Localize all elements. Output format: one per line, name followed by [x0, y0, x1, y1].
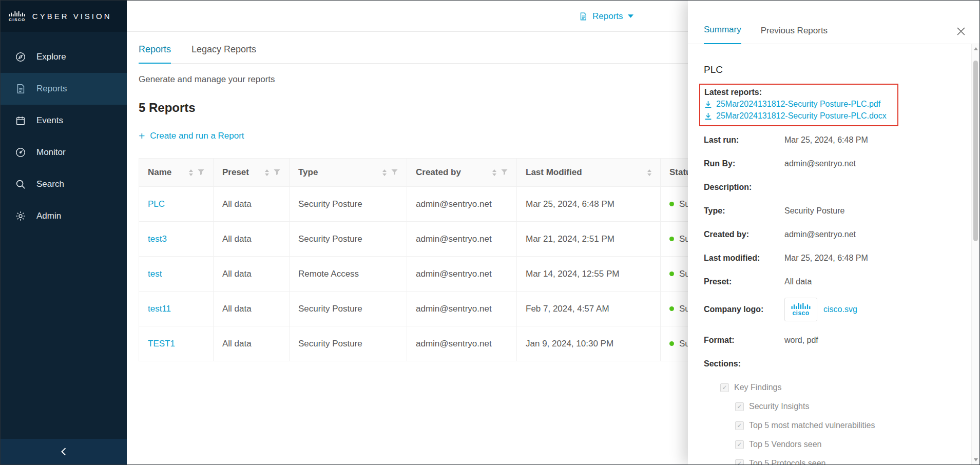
- scrollbar-thumb[interactable]: [973, 61, 978, 241]
- field-label: Preset:: [704, 277, 784, 286]
- sidebar-item-search[interactable]: Search: [1, 168, 127, 200]
- download-icon: [704, 101, 712, 108]
- checkbox-checked[interactable]: ✓: [735, 421, 744, 430]
- cell-last-modified: Mar 21, 2024, 2:51 PM: [517, 222, 661, 257]
- filter-icon[interactable]: [501, 169, 508, 176]
- sidebar-collapse-button[interactable]: [1, 439, 127, 464]
- field-description: Description:: [704, 183, 962, 192]
- report-name-link[interactable]: TEST1: [148, 339, 175, 348]
- close-icon: [957, 27, 965, 35]
- tab-summary[interactable]: Summary: [704, 25, 741, 44]
- report-file-name: 25Mar2024131812-Security Posture-PLC.doc…: [716, 111, 887, 121]
- create-report-button[interactable]: + Create and run a Report: [139, 130, 244, 141]
- report-name-link[interactable]: PLC: [148, 199, 165, 209]
- sidebar-nav: Explore Reports Events Monitor Search Ad…: [1, 32, 127, 232]
- scroll-up-arrow-icon[interactable]: [974, 47, 978, 50]
- sidebar-item-reports[interactable]: Reports: [1, 73, 127, 105]
- sort-icon[interactable]: [189, 169, 193, 176]
- field-label: Run By:: [704, 159, 784, 168]
- cisco-bars-icon: [791, 302, 811, 309]
- field-preset: Preset: All data: [704, 277, 962, 286]
- cell-preset: All data: [214, 187, 290, 222]
- chevron-down-icon: [628, 14, 633, 18]
- sidebar-item-monitor[interactable]: Monitor: [1, 137, 127, 168]
- report-title: PLC: [704, 64, 962, 75]
- report-name-link[interactable]: test3: [148, 234, 167, 244]
- sort-icon[interactable]: [265, 169, 269, 176]
- sidebar-item-label: Explore: [36, 52, 66, 62]
- sidebar-item-admin[interactable]: Admin: [1, 200, 127, 232]
- checkbox-checked[interactable]: ✓: [720, 383, 729, 392]
- field-value: All data: [784, 277, 812, 286]
- reports-nav-dropdown[interactable]: Reports: [579, 1, 633, 32]
- column-label: Preset: [222, 167, 249, 178]
- checkbox-checked[interactable]: ✓: [735, 402, 744, 411]
- company-logo-file-link[interactable]: cisco.svg: [823, 305, 857, 314]
- report-name-link[interactable]: test11: [148, 304, 171, 314]
- sort-icon[interactable]: [492, 169, 496, 176]
- section-item-top5-vulnerabilities: ✓ Top 5 most matched vulnerabilities: [735, 421, 962, 430]
- status-dot-icon: [669, 202, 674, 206]
- field-run-by: Run By: admin@sentryo.net: [704, 159, 962, 168]
- column-header-type[interactable]: Type: [290, 159, 407, 187]
- field-value: Mar 25, 2024, 6:48 PM: [784, 254, 868, 263]
- field-value: admin@sentryo.net: [784, 230, 856, 239]
- column-header-name[interactable]: Name: [139, 159, 214, 187]
- table-row: PLC All data Security Posture admin@sent…: [139, 187, 763, 222]
- column-header-preset[interactable]: Preset: [214, 159, 290, 187]
- status-dot-icon: [669, 237, 674, 241]
- field-value: Mar 25, 2024, 6:48 PM: [784, 135, 868, 145]
- checkbox-checked[interactable]: ✓: [735, 440, 744, 449]
- status-dot-icon: [669, 272, 674, 276]
- cell-preset: All data: [214, 326, 290, 361]
- app-window: CISCO CYBER VISION Explore Reports Event…: [0, 0, 980, 465]
- tab-legacy-reports[interactable]: Legacy Reports: [191, 44, 256, 64]
- field-label: Last run:: [704, 135, 784, 145]
- checkbox-checked[interactable]: ✓: [735, 459, 744, 465]
- filter-icon[interactable]: [274, 169, 280, 176]
- cell-last-modified: Feb 7, 2024, 4:57 AM: [517, 292, 661, 326]
- sort-icon[interactable]: [647, 169, 651, 176]
- field-sections: Sections:: [704, 359, 962, 369]
- field-value: admin@sentryo.net: [784, 159, 856, 168]
- sort-icon[interactable]: [382, 169, 387, 176]
- status-dot-icon: [669, 341, 674, 346]
- sidebar-item-label: Admin: [36, 211, 61, 221]
- field-label: Sections:: [704, 359, 784, 369]
- filter-icon[interactable]: [391, 169, 398, 176]
- panel-scrollbar: [971, 44, 979, 464]
- download-icon: [704, 112, 712, 120]
- tab-reports[interactable]: Reports: [139, 44, 171, 64]
- field-label: Created by:: [704, 230, 784, 239]
- search-icon: [15, 179, 26, 190]
- cell-preset: All data: [214, 292, 290, 326]
- sidebar-item-explore[interactable]: Explore: [1, 41, 127, 73]
- latest-reports-highlight-box: Latest reports: 25Mar2024131812-Security…: [699, 84, 898, 126]
- scroll-down-arrow-icon[interactable]: [974, 458, 978, 461]
- tab-previous-reports[interactable]: Previous Reports: [761, 26, 828, 44]
- field-last-run: Last run: Mar 25, 2024, 6:48 PM: [704, 135, 962, 145]
- cell-created-by: admin@sentryo.net: [407, 292, 517, 326]
- filter-icon[interactable]: [198, 169, 204, 176]
- column-header-created-by[interactable]: Created by: [407, 159, 517, 187]
- cell-preset: All data: [214, 222, 290, 257]
- table-row: test11 All data Security Posture admin@s…: [139, 292, 763, 326]
- field-label: Description:: [704, 183, 784, 192]
- cell-created-by: admin@sentryo.net: [407, 187, 517, 222]
- sidebar-item-label: Search: [36, 179, 64, 189]
- download-report-docx-link[interactable]: 25Mar2024131812-Security Posture-PLC.doc…: [704, 111, 893, 121]
- report-name-link[interactable]: test: [148, 269, 162, 279]
- reports-dropdown-label: Reports: [592, 11, 623, 22]
- sidebar-item-label: Monitor: [36, 147, 66, 158]
- download-report-pdf-link[interactable]: 25Mar2024131812-Security Posture-PLC.pdf: [704, 100, 893, 109]
- field-last-modified: Last modified: Mar 25, 2024, 6:48 PM: [704, 254, 962, 263]
- column-label: Type: [298, 167, 318, 178]
- sidebar-item-label: Reports: [36, 84, 67, 94]
- sidebar-item-events[interactable]: Events: [1, 105, 127, 137]
- section-item-top5-vendors: ✓ Top 5 Vendors seen: [735, 440, 962, 449]
- cell-created-by: admin@sentryo.net: [407, 326, 517, 361]
- close-button[interactable]: [957, 27, 965, 35]
- column-header-last-modified[interactable]: Last Modified: [517, 159, 661, 187]
- section-label: Top 5 Protocols seen: [749, 459, 825, 464]
- cisco-logo-text: cisco: [792, 309, 809, 317]
